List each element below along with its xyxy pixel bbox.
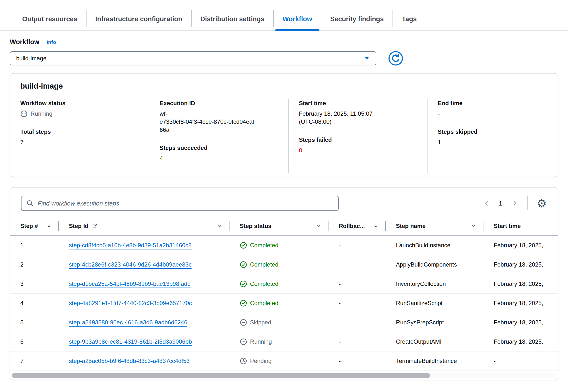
status-text: Completed: [250, 261, 278, 268]
tab-security-findings[interactable]: Security findings: [321, 8, 392, 30]
column-header-start-time[interactable]: Start time: [483, 217, 558, 235]
column-header-rollback[interactable]: Rollbac...: [329, 217, 386, 235]
execution-steps-card: 1 ⚙ Step # Step Id: [10, 187, 558, 380]
field-value-text: 7: [20, 138, 23, 146]
tab-distribution-settings[interactable]: Distribution settings: [192, 8, 273, 30]
gear-icon: ⚙: [537, 197, 547, 210]
field-value: 4: [160, 154, 281, 162]
cell-step-name: CreateOutputAMI: [386, 338, 483, 345]
status-text: Skipped: [250, 319, 271, 326]
refresh-icon: [388, 51, 403, 66]
status-text: Completed: [250, 280, 278, 287]
column-label: Step status: [240, 223, 271, 229]
column-label: Rollbac...: [339, 223, 365, 229]
cell-step-status: Completed: [229, 261, 329, 268]
summary-column: Start timeFebruary 18, 2025, 11:05:07 (U…: [288, 99, 427, 173]
status-text: Running: [250, 338, 272, 345]
step-id-link[interactable]: step-a25ac05b-b9f6-48db-83c3-a4837cc4df5…: [69, 358, 190, 364]
sort-ascending-icon: [47, 224, 51, 228]
horizontal-scrollbar: [12, 373, 556, 378]
tab-workflow[interactable]: Workflow: [274, 8, 321, 30]
field-value-text: 1: [438, 138, 441, 146]
cell-rollback-status: -: [329, 338, 386, 345]
column-header-step-name[interactable]: Step name: [386, 217, 483, 235]
summary-field-steps-skipped: Steps skipped1: [438, 128, 551, 146]
summary-column: Workflow statusRunningTotal steps7: [10, 99, 150, 173]
filter-icon[interactable]: [316, 224, 321, 228]
tab-tags[interactable]: Tags: [393, 8, 426, 30]
search-input[interactable]: [38, 200, 333, 207]
tab-output-resources[interactable]: Output resources: [14, 8, 86, 30]
chevron-right-icon: [511, 200, 518, 207]
info-link[interactable]: Info: [47, 39, 56, 45]
step-id-link[interactable]: step-9b3a9b8c-ec81-4319-861b-2f3d3a9006b…: [69, 338, 192, 345]
column-label: Step name: [396, 223, 426, 229]
tab-label: Security findings: [330, 15, 384, 23]
previous-page-button[interactable]: [482, 198, 492, 208]
column-label: Step Id: [69, 223, 89, 229]
cell-rollback-status: -: [329, 242, 386, 249]
field-value: 1: [438, 138, 551, 146]
horizontal-scrollbar-thumb[interactable]: [12, 373, 430, 378]
tab-label: Output resources: [22, 15, 77, 23]
refresh-button[interactable]: [388, 51, 403, 66]
truncation-ellipsis: …: [187, 319, 193, 326]
step-id-link[interactable]: step-a5493580-90ec-4616-a3d6-9adb6d6246: [69, 319, 187, 326]
status-text: Completed: [250, 242, 278, 249]
field-value-text: Running: [30, 110, 52, 118]
step-id-link[interactable]: step-d1bca25a-54bf-46b9-81b9-bae13b98fad…: [69, 280, 191, 287]
table-row: 4step-4a8291e1-1fd7-4440-82c3-3b09e65717…: [10, 294, 558, 313]
step-id-link[interactable]: step-4cb28e6f-c323-4046-9d26-4d4b09aee83…: [69, 261, 192, 268]
summary-field-total-steps: Total steps7: [20, 128, 142, 146]
current-page-number[interactable]: 1: [499, 200, 502, 207]
field-value: Running: [20, 110, 142, 118]
cell-step-name: RunSysPrepScript: [386, 319, 483, 326]
field-value-text: wf- e7330cf8-04f3-4c1e-870c-0fcd04eaf 66…: [160, 110, 254, 134]
workflow-select[interactable]: build-image: [10, 51, 376, 65]
tab-infrastructure-configuration[interactable]: Infrastructure configuration: [87, 8, 191, 30]
column-header-step-id[interactable]: Step Id: [59, 217, 229, 235]
table-body: 1step-cd8f4cb5-a10b-4e8b-9d39-51a2b31460…: [10, 236, 558, 371]
completed-status-icon: [240, 280, 247, 288]
status-badge: Completed: [240, 280, 329, 288]
summary-columns: Workflow statusRunningTotal steps7Execut…: [10, 99, 558, 173]
cell-start-time: February 18, 2025,: [483, 338, 558, 345]
table-settings-button[interactable]: ⚙: [536, 198, 548, 209]
step-id-link[interactable]: step-4a8291e1-1fd7-4440-82c3-3b09e657170…: [69, 300, 192, 306]
field-value-text: 0: [299, 146, 302, 154]
summary-field-workflow-status: Workflow statusRunning: [20, 100, 142, 118]
field-label: End time: [438, 100, 551, 107]
column-header-step-status[interactable]: Step status: [229, 217, 329, 235]
cell-step-number: 3: [10, 280, 59, 287]
cell-rollback-status: -: [329, 300, 386, 307]
table-row: 5step-a5493580-90ec-4616-a3d6-9adb6d6246…: [10, 313, 558, 332]
cell-step-number: 2: [10, 261, 59, 268]
field-value-text: February 18, 2025, 11:05:07 (UTC-08:00): [299, 110, 373, 126]
filter-icon[interactable]: [374, 224, 378, 228]
tab-label: Workflow: [283, 15, 312, 23]
cell-step-number: 1: [10, 242, 59, 249]
table-row: 3step-d1bca25a-54bf-46b9-81b9-bae13b98fa…: [10, 274, 558, 294]
summary-field-steps-failed: Steps failed0: [299, 137, 420, 154]
field-label: Workflow status: [20, 100, 142, 107]
cell-step-status: Skipped: [229, 319, 329, 326]
cell-step-status: Completed: [229, 242, 329, 249]
filter-icon[interactable]: [471, 224, 476, 228]
cell-step-id: step-d1bca25a-54bf-46b9-81b9-bae13b98fad…: [59, 280, 229, 287]
table-toolbar: 1 ⚙: [10, 187, 558, 211]
summary-column: Execution IDwf- e7330cf8-04f3-4c1e-870c-…: [150, 99, 288, 173]
cell-step-number: 4: [10, 300, 59, 307]
cell-step-name: RunSanitizeScript: [386, 300, 483, 307]
filter-icon[interactable]: [217, 224, 222, 228]
field-value: 7: [20, 138, 142, 146]
column-header-step-number[interactable]: Step #: [10, 217, 59, 235]
next-page-button[interactable]: [510, 198, 520, 208]
workflow-summary-card: build-image Workflow statusRunningTotal …: [10, 73, 558, 177]
step-id-link[interactable]: step-cd8f4cb5-a10b-4e8b-9d39-51a2b31460c…: [69, 242, 192, 249]
search-icon: [26, 200, 34, 207]
cell-step-name: TerminateBuildInstance: [386, 358, 483, 364]
cell-start-time: February 18, 2025,: [483, 242, 558, 249]
summary-field-end-time: End time-: [438, 100, 551, 118]
cell-start-time: February 18, 2025,: [483, 280, 558, 287]
cell-step-number: 6: [10, 338, 59, 345]
